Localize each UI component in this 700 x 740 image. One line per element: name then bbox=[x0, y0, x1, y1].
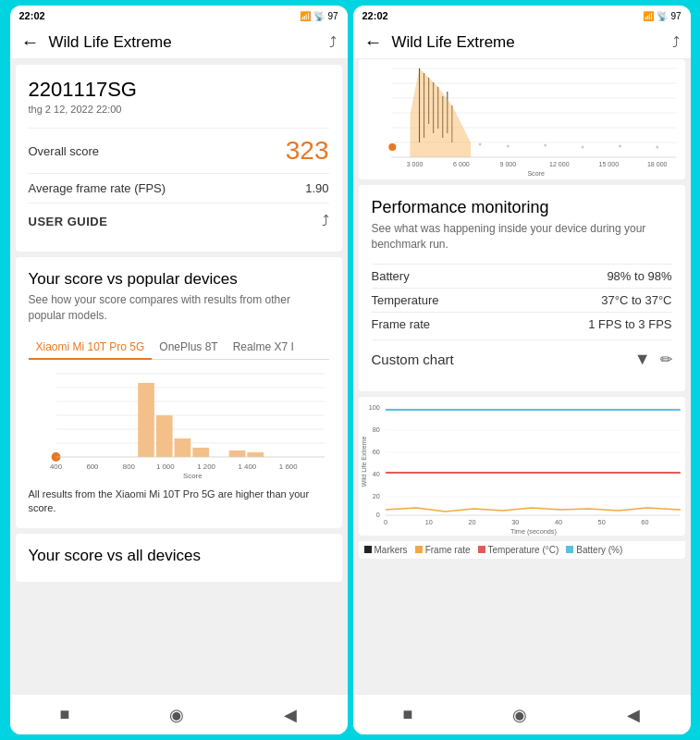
svg-rect-8 bbox=[138, 383, 154, 457]
left-status-bar: 22:02 📶 📡 97 bbox=[10, 6, 348, 26]
wifi-icon-right: 📡 bbox=[657, 11, 668, 21]
temperature-value: 37°C to 37°C bbox=[601, 293, 671, 307]
framerate-row: Frame rate 1 FPS to 3 FPS bbox=[372, 312, 672, 336]
svg-point-43 bbox=[618, 145, 620, 148]
svg-text:1 000: 1 000 bbox=[155, 462, 174, 471]
legend-temperature: Temperature (°C) bbox=[478, 545, 559, 555]
markers-dot bbox=[364, 546, 372, 553]
nav-back-button[interactable]: ◀ bbox=[284, 705, 297, 725]
overall-score-row: Overall score 323 bbox=[29, 128, 329, 173]
battery-label: Battery bbox=[372, 269, 410, 283]
svg-text:1 400: 1 400 bbox=[238, 462, 256, 471]
battery-legend-label: Battery (%) bbox=[576, 545, 622, 555]
line-chart: 100 80 60 40 20 0 Wild Life Extreme bbox=[359, 397, 685, 536]
right-content: 3 000 6 000 9 000 12 000 15 000 18 000 S… bbox=[353, 59, 691, 694]
back-button[interactable]: ← bbox=[21, 31, 40, 53]
edit-icon[interactable]: ✏ bbox=[660, 351, 672, 368]
overall-score-value: 323 bbox=[286, 136, 329, 166]
svg-text:1 200: 1 200 bbox=[197, 462, 215, 471]
legend-markers: Markers bbox=[364, 545, 408, 555]
right-phone: 22:02 📶 📡 97 ← Wild Life Extreme ⤴ bbox=[353, 6, 691, 734]
svg-text:3 000: 3 000 bbox=[406, 161, 423, 167]
right-bottom-nav: ■ ◉ ◀ bbox=[353, 694, 691, 734]
svg-rect-10 bbox=[174, 438, 190, 457]
battery-value: 98% to 98% bbox=[607, 269, 671, 283]
share-button[interactable]: ⤴ bbox=[329, 34, 337, 51]
svg-text:0: 0 bbox=[375, 512, 379, 519]
bar-chart: 400 600 800 1 000 1 200 1 400 1 600 Scor… bbox=[29, 369, 329, 480]
perf-title: Performance monitoring bbox=[372, 198, 672, 217]
device-card: 2201117SG thg 2 12, 2022 22:00 Overall s… bbox=[16, 65, 342, 252]
all-devices-card: Your score vs all devices bbox=[16, 534, 342, 582]
compare-tabs: Xiaomi Mi 10T Pro 5G OnePlus 8T Realme X… bbox=[29, 335, 329, 360]
svg-text:9 000: 9 000 bbox=[499, 161, 516, 167]
compare-card: Your score vs popular devices See how yo… bbox=[16, 257, 342, 528]
svg-text:6 000: 6 000 bbox=[453, 161, 470, 167]
svg-text:60: 60 bbox=[641, 519, 648, 526]
svg-text:800: 800 bbox=[122, 462, 135, 471]
legend-battery: Battery (%) bbox=[566, 545, 622, 555]
temperature-row: Temperature 37°C to 37°C bbox=[372, 288, 672, 312]
signal-icon: 📶 bbox=[300, 11, 311, 21]
device-id: 2201117SG bbox=[29, 78, 329, 102]
nav-stop-button[interactable]: ■ bbox=[60, 705, 70, 724]
svg-text:50: 50 bbox=[597, 519, 605, 526]
temperature-dot bbox=[478, 546, 485, 553]
framerate-label: Frame rate bbox=[372, 317, 431, 331]
overall-score-label: Overall score bbox=[29, 144, 100, 158]
svg-text:20: 20 bbox=[468, 519, 475, 526]
legend-framerate: Frame rate bbox=[415, 545, 471, 555]
temperature-label: Temperature bbox=[372, 293, 439, 307]
right-back-button[interactable]: ← bbox=[364, 31, 383, 53]
svg-text:400: 400 bbox=[49, 462, 62, 471]
svg-text:60: 60 bbox=[372, 449, 379, 456]
framerate-value: 1 FPS to 3 FPS bbox=[588, 317, 671, 331]
right-nav-stop-button[interactable]: ■ bbox=[403, 705, 413, 724]
left-top-bar: ← Wild Life Extreme ⤴ bbox=[10, 26, 348, 59]
performance-card: Performance monitoring See what was happ… bbox=[359, 185, 685, 391]
svg-text:30: 30 bbox=[511, 519, 519, 526]
left-status-icons: 📶 📡 97 bbox=[300, 11, 338, 21]
svg-text:Score: Score bbox=[183, 472, 203, 480]
svg-rect-9 bbox=[155, 415, 172, 457]
svg-text:10: 10 bbox=[424, 519, 432, 526]
right-share-button[interactable]: ⤴ bbox=[672, 34, 680, 51]
svg-text:1 600: 1 600 bbox=[278, 462, 297, 471]
user-guide-label: USER GUIDE bbox=[29, 215, 108, 228]
svg-text:Score: Score bbox=[527, 170, 545, 177]
svg-point-40 bbox=[506, 145, 509, 148]
svg-point-42 bbox=[581, 146, 583, 149]
svg-text:600: 600 bbox=[86, 462, 99, 471]
svg-point-30 bbox=[388, 143, 396, 151]
tab-xiaomi[interactable]: Xiaomi Mi 10T Pro 5G bbox=[29, 335, 153, 359]
custom-chart-row[interactable]: Custom chart ▼ ✏ bbox=[372, 339, 672, 378]
nav-home-button[interactable]: ◉ bbox=[169, 705, 184, 725]
svg-point-39 bbox=[478, 143, 481, 146]
battery-icon: 97 bbox=[327, 11, 338, 21]
chart-note: All results from the Xiaomi Mi 10T Pro 5… bbox=[29, 487, 329, 516]
user-guide-share-icon[interactable]: ⤴ bbox=[322, 213, 329, 229]
right-status-icons: 📶 📡 97 bbox=[643, 11, 681, 21]
left-bottom-nav: ■ ◉ ◀ bbox=[10, 694, 348, 734]
battery-dot bbox=[566, 546, 573, 553]
svg-text:20: 20 bbox=[372, 493, 379, 500]
right-nav-back-button[interactable]: ◀ bbox=[627, 705, 640, 725]
user-guide-row[interactable]: USER GUIDE ⤴ bbox=[29, 203, 329, 239]
svg-text:40: 40 bbox=[372, 471, 379, 478]
right-nav-home-button[interactable]: ◉ bbox=[512, 705, 527, 725]
svg-text:100: 100 bbox=[368, 404, 379, 412]
custom-chart-label: Custom chart bbox=[372, 352, 634, 367]
scatter-chart: 3 000 6 000 9 000 12 000 15 000 18 000 S… bbox=[359, 59, 685, 179]
svg-text:80: 80 bbox=[372, 426, 379, 434]
wifi-icon: 📡 bbox=[313, 11, 325, 21]
avg-frame-value: 1.90 bbox=[305, 181, 328, 195]
tab-oneplus[interactable]: OnePlus 8T bbox=[152, 335, 225, 359]
dropdown-arrow-icon[interactable]: ▼ bbox=[634, 350, 651, 369]
perf-desc: See what was happening inside your devic… bbox=[372, 221, 672, 253]
framerate-legend-label: Frame rate bbox=[425, 545, 471, 555]
tab-realme[interactable]: Realme X7 I bbox=[226, 335, 301, 359]
right-status-bar: 22:02 📶 📡 97 bbox=[353, 6, 691, 26]
svg-text:18 000: 18 000 bbox=[646, 161, 667, 167]
framerate-dot bbox=[415, 546, 423, 553]
right-page-title: Wild Life Extreme bbox=[392, 33, 663, 52]
